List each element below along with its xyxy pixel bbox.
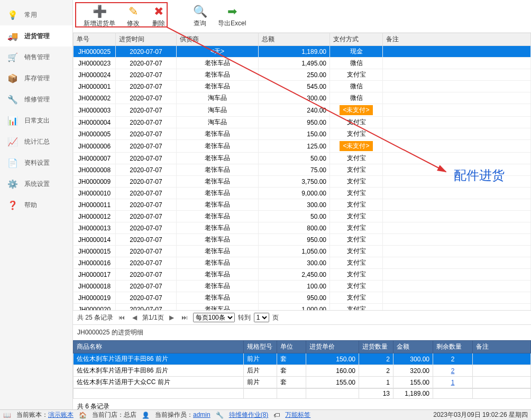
sidebar-item-repair[interactable]: 🔧维修管理 bbox=[0, 89, 72, 110]
add-button[interactable]: ➕ 新增进货单 bbox=[78, 3, 121, 29]
toolbar: ➕ 新增进货单 ✎ 修改 ✖ 删除 🔍 查询 ➡ 导出Excel bbox=[73, 0, 531, 33]
export-label: 导出Excel bbox=[218, 19, 246, 28]
table-row[interactable]: JH00000142020-07-07老张车品950.00支付宝 bbox=[74, 234, 531, 246]
main-panel: ➕ 新增进货单 ✎ 修改 ✖ 删除 🔍 查询 ➡ 导出Excel bbox=[73, 0, 531, 409]
table-row[interactable]: JH00000072020-07-07老张车品50.00支付宝 bbox=[74, 153, 531, 164]
sidebar-item-data-icon: 📄 bbox=[6, 157, 19, 168]
status-repair-icon: 🔧 bbox=[216, 412, 224, 419]
table-row[interactable]: JH00000202020-07-07老张车品1,000.00支付宝 bbox=[74, 304, 531, 311]
goto-select[interactable]: 1 bbox=[254, 313, 269, 322]
table-row[interactable]: JH00000092020-07-07老张车品3,750.00支付宝 bbox=[74, 176, 531, 188]
detail-table-wrap[interactable]: 商品名称规格型号单位进货单价进货数量金额剩余数量备注 佐佐木刹车片适用于丰田86… bbox=[73, 340, 531, 388]
pager-total: 共 25 条记录 bbox=[77, 313, 113, 322]
query-button[interactable]: 🔍 查询 bbox=[187, 3, 213, 29]
add-label: 新增进货单 bbox=[84, 19, 115, 28]
table-row[interactable]: JH00000042020-07-07淘车品950.00支付宝 bbox=[74, 117, 531, 128]
status-tag-icon: 🏷 bbox=[273, 412, 280, 419]
query-label: 查询 bbox=[194, 19, 206, 28]
table-row[interactable]: JH00000122020-07-07老张车品50.00支付宝 bbox=[74, 211, 531, 222]
col-header[interactable]: 支付方式 bbox=[330, 33, 383, 46]
edit-button[interactable]: ✎ 修改 bbox=[121, 3, 146, 29]
table-row[interactable]: JH00000062020-07-07老张车品125.00<未支付> bbox=[74, 140, 531, 153]
delete-button[interactable]: ✖ 删除 bbox=[146, 3, 171, 29]
detail-total-amount: 1,189.00 bbox=[393, 389, 433, 399]
table-row[interactable]: JH00000172020-07-07老张车品2,450.00支付宝 bbox=[74, 269, 531, 281]
sidebar-item-purchase[interactable]: 🚚进货管理 bbox=[0, 25, 72, 46]
status-store-icon: 🏠 bbox=[79, 412, 87, 419]
sidebar-item-stats[interactable]: 📈统计汇总 bbox=[0, 131, 72, 152]
detail-col-header[interactable]: 金额 bbox=[393, 341, 433, 353]
status-operator[interactable]: admin bbox=[193, 411, 210, 418]
export-button[interactable]: ➡ 导出Excel bbox=[213, 3, 251, 29]
col-header[interactable]: 供货商 bbox=[177, 33, 259, 46]
sidebar-item-common[interactable]: 💡常用 bbox=[0, 4, 72, 25]
delete-icon: ✖ bbox=[151, 4, 166, 19]
sidebar-item-help-icon: ❓ bbox=[6, 200, 19, 210]
table-row[interactable]: JH00000032020-07-07淘车品240.00<未支付> bbox=[74, 104, 531, 117]
sidebar-item-common-icon: 💡 bbox=[6, 10, 19, 20]
col-header[interactable]: 总额 bbox=[259, 33, 330, 46]
detail-col-header[interactable]: 剩余数量 bbox=[433, 341, 473, 353]
table-row[interactable]: JH00000242020-07-07老张车品250.00支付宝 bbox=[74, 69, 531, 81]
detail-footer: 共 6 条记录 bbox=[73, 399, 531, 409]
pager: 共 25 条记录 ⏮ ◀ 第1/1页 ▶ ⏭ 每页100条 转到 1 页 bbox=[73, 310, 531, 325]
col-header[interactable]: 进货时间 bbox=[116, 33, 177, 46]
table-row[interactable]: JH00000192020-07-07老张车品950.00支付宝 bbox=[74, 292, 531, 304]
sidebar-item-sales[interactable]: 🛒销售管理 bbox=[0, 46, 72, 68]
first-page-button[interactable]: ⏮ bbox=[116, 314, 127, 321]
edit-label: 修改 bbox=[127, 19, 140, 28]
sidebar-item-expense-icon: 📊 bbox=[6, 115, 19, 126]
sidebar-item-inventory[interactable]: 📦库存管理 bbox=[0, 68, 72, 89]
table-row[interactable]: JH00000082020-07-07老张车品75.00支付宝 bbox=[74, 164, 531, 176]
detail-col-header[interactable]: 商品名称 bbox=[74, 341, 244, 353]
sidebar-item-data[interactable]: 📄资料设置 bbox=[0, 152, 72, 173]
sidebar-item-system[interactable]: ⚙️系统设置 bbox=[0, 173, 72, 194]
detail-row[interactable]: 佐佐木刹车片适用于大众CC 前片前片套155.001155.001 bbox=[74, 377, 531, 388]
sidebar-item-expense[interactable]: 📊日常支出 bbox=[0, 110, 72, 131]
table-row[interactable]: JH00000112020-07-07老张车品300.00支付宝 bbox=[74, 199, 531, 211]
status-pending-repair[interactable]: 待维修作业(8) bbox=[229, 410, 269, 419]
main-table-wrap[interactable]: 单号进货时间供货商总额支付方式备注 JH00000252020-07-07<无>… bbox=[73, 33, 531, 310]
sidebar-item-help[interactable]: ❓帮助 bbox=[0, 194, 72, 216]
table-row[interactable]: JH00000132020-07-07老张车品800.00支付宝 bbox=[74, 222, 531, 234]
sidebar-item-stats-icon: 📈 bbox=[6, 136, 19, 147]
sidebar-item-system-icon: ⚙️ bbox=[6, 179, 19, 189]
table-row[interactable]: JH00000052020-07-07老张车品150.00支付宝 bbox=[74, 128, 531, 140]
detail-col-header[interactable]: 规格型号 bbox=[244, 341, 277, 353]
col-header[interactable]: 备注 bbox=[383, 33, 531, 46]
pager-page-suffix: 页 bbox=[272, 313, 279, 322]
detail-col-header[interactable]: 进货数量 bbox=[359, 341, 393, 353]
status-account-icon: 📖 bbox=[3, 412, 11, 419]
table-row[interactable]: JH00000012020-07-07老张车品545.00微信 bbox=[74, 81, 531, 92]
sidebar-item-purchase-icon: 🚚 bbox=[6, 31, 19, 41]
export-icon: ➡ bbox=[225, 4, 240, 19]
pagesize-select[interactable]: 每页100条 bbox=[193, 313, 235, 322]
detail-col-header[interactable]: 备注 bbox=[473, 341, 531, 353]
status-account[interactable]: 演示账本 bbox=[48, 411, 74, 418]
table-row[interactable]: JH00000102020-07-07老张车品9,000.00支付宝 bbox=[74, 188, 531, 199]
pager-goto-label: 转到 bbox=[238, 313, 251, 322]
status-store: 总店 bbox=[124, 411, 136, 418]
sidebar-item-inventory-icon: 📦 bbox=[6, 73, 19, 83]
table-row[interactable]: JH00000162020-07-07老张车品300.00支付宝 bbox=[74, 257, 531, 269]
detail-col-header[interactable]: 单位 bbox=[277, 341, 306, 353]
status-tags[interactable]: 万能标签 bbox=[285, 410, 310, 419]
sidebar: 💡常用🚚进货管理🛒销售管理📦库存管理🔧维修管理📊日常支出📈统计汇总📄资料设置⚙️… bbox=[0, 0, 73, 409]
table-row[interactable]: JH00000252020-07-07<无>1,189.00现金 bbox=[74, 46, 531, 58]
last-page-button[interactable]: ⏭ bbox=[179, 314, 190, 321]
table-row[interactable]: JH00000152020-07-07老张车品1,050.00支付宝 bbox=[74, 246, 531, 257]
add-icon: ➕ bbox=[92, 4, 107, 19]
detail-row[interactable]: 佐佐木刹车片适用于丰田86 前片前片套150.002300.002 bbox=[74, 353, 531, 365]
table-row[interactable]: JH00000232020-07-07老张车品1,495.00微信 bbox=[74, 58, 531, 69]
detail-title: JH0000025 的进货明细 bbox=[73, 325, 531, 340]
detail-total-qty: 13 bbox=[359, 389, 393, 399]
detail-col-header[interactable]: 进货单价 bbox=[306, 341, 359, 353]
col-header[interactable]: 单号 bbox=[74, 33, 116, 46]
status-datetime: 2023年03月09日 19:02:26 星期四 bbox=[433, 410, 528, 419]
table-row[interactable]: JH00000022020-07-07淘车品300.00微信 bbox=[74, 92, 531, 104]
prev-page-button[interactable]: ◀ bbox=[130, 314, 139, 321]
next-page-button[interactable]: ▶ bbox=[167, 314, 176, 321]
table-row[interactable]: JH00000182020-07-07老张车品100.00支付宝 bbox=[74, 281, 531, 292]
detail-table: 商品名称规格型号单位进货单价进货数量金额剩余数量备注 佐佐木刹车片适用于丰田86… bbox=[73, 340, 531, 388]
detail-row[interactable]: 佐佐木刹车片适用于丰田86 后片后片套160.002320.002 bbox=[74, 365, 531, 377]
